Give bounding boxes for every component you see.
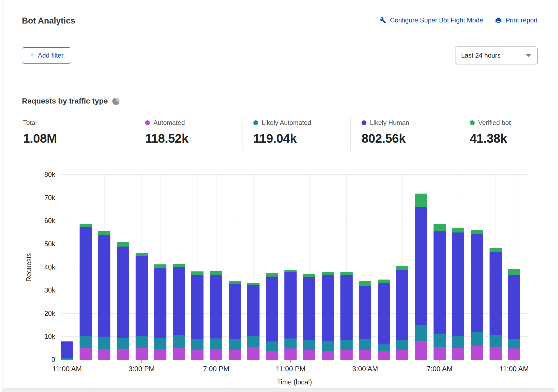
bar-segment-verified-bot[interactable] <box>210 271 222 275</box>
bar-segment-automated[interactable] <box>471 346 483 360</box>
bar-segment-automated[interactable] <box>61 359 73 360</box>
bar-segment-automated[interactable] <box>490 347 502 360</box>
bar-segment-likely-automated[interactable] <box>229 339 241 350</box>
stat-automated[interactable]: Automated 118.52k <box>134 117 242 151</box>
bar-segment-verified-bot[interactable] <box>415 194 427 207</box>
bar-segment-likely-human[interactable] <box>98 235 110 337</box>
bar-segment-verified-bot[interactable] <box>452 228 464 232</box>
bar-segment-verified-bot[interactable] <box>247 283 260 285</box>
bar-segment-likely-automated[interactable] <box>471 332 483 346</box>
bar-segment-verified-bot[interactable] <box>508 269 520 275</box>
bar-segment-verified-bot[interactable] <box>396 266 408 270</box>
bar-segment-likely-automated[interactable] <box>117 338 129 349</box>
chart-bar[interactable] <box>117 242 129 360</box>
bar-segment-likely-human[interactable] <box>80 227 92 336</box>
bar-segment-automated[interactable] <box>136 348 148 360</box>
chart-bar[interactable] <box>247 283 260 360</box>
add-filter-button[interactable]: + Add filter <box>22 47 71 64</box>
bar-segment-likely-human[interactable] <box>359 286 371 339</box>
chart-bar[interactable] <box>415 194 427 360</box>
bar-segment-likely-human[interactable] <box>266 277 278 342</box>
bar-segment-automated[interactable] <box>80 348 92 360</box>
bar-segment-likely-human[interactable] <box>471 234 483 332</box>
bar-segment-likely-human[interactable] <box>508 275 520 339</box>
bar-segment-likely-human[interactable] <box>61 342 73 358</box>
bar-segment-automated[interactable] <box>247 347 260 360</box>
chart-bar[interactable] <box>396 266 408 360</box>
bar-segment-verified-bot[interactable] <box>340 272 353 275</box>
chart-bar[interactable] <box>61 341 73 360</box>
bar-segment-verified-bot[interactable] <box>191 271 203 275</box>
bar-segment-likely-automated[interactable] <box>98 337 110 349</box>
bar-segment-likely-automated[interactable] <box>266 341 278 351</box>
bar-segment-likely-automated[interactable] <box>452 336 464 348</box>
bar-segment-automated[interactable] <box>229 350 241 360</box>
bar-segment-likely-automated[interactable] <box>284 338 297 348</box>
bar-segment-likely-human[interactable] <box>229 284 241 339</box>
bar-segment-automated[interactable] <box>303 350 315 360</box>
bar-segment-verified-bot[interactable] <box>322 272 334 275</box>
chart-bar[interactable] <box>452 228 464 360</box>
bar-segment-likely-automated[interactable] <box>359 339 371 350</box>
bar-segment-likely-human[interactable] <box>247 285 260 336</box>
bar-segment-automated[interactable] <box>210 349 222 360</box>
bar-segment-automated[interactable] <box>340 350 353 360</box>
bar-segment-verified-bot[interactable] <box>98 231 110 235</box>
bar-segment-automated[interactable] <box>359 350 371 360</box>
bar-segment-verified-bot[interactable] <box>266 273 278 277</box>
bar-segment-likely-automated[interactable] <box>136 336 148 348</box>
chart-bar[interactable] <box>266 273 278 360</box>
chart-bar[interactable] <box>303 274 315 360</box>
bar-segment-verified-bot[interactable] <box>229 281 241 284</box>
bar-segment-likely-human[interactable] <box>340 275 353 340</box>
chart-bar[interactable] <box>173 264 185 360</box>
bar-segment-likely-human[interactable] <box>415 207 427 325</box>
bar-segment-verified-bot[interactable] <box>136 253 148 256</box>
bar-segment-likely-automated[interactable] <box>340 340 353 350</box>
bar-segment-likely-human[interactable] <box>210 275 222 338</box>
stat-likely-automated[interactable]: Likely Automated 119.04k <box>242 117 350 151</box>
bar-segment-likely-automated[interactable] <box>396 340 408 350</box>
bar-segment-likely-human[interactable] <box>284 272 297 339</box>
bar-segment-likely-automated[interactable] <box>154 338 166 349</box>
bar-segment-automated[interactable] <box>452 348 464 360</box>
chart-bar[interactable] <box>80 224 92 360</box>
bar-segment-likely-human[interactable] <box>154 268 166 338</box>
bar-segment-verified-bot[interactable] <box>154 264 166 268</box>
chart-bar[interactable] <box>210 271 222 360</box>
bar-segment-automated[interactable] <box>154 349 166 360</box>
bar-segment-verified-bot[interactable] <box>80 224 92 227</box>
stat-total[interactable]: Total 1.08M <box>22 117 134 151</box>
bar-segment-likely-human[interactable] <box>378 283 390 344</box>
bar-segment-automated[interactable] <box>415 341 427 360</box>
bar-segment-likely-human[interactable] <box>191 275 203 339</box>
bar-segment-automated[interactable] <box>434 347 446 360</box>
chart-bar[interactable] <box>378 280 390 360</box>
bar-segment-verified-bot[interactable] <box>359 281 371 286</box>
chart-bar[interactable] <box>229 281 241 360</box>
chart-bar[interactable] <box>322 272 334 360</box>
chart-bar[interactable] <box>508 269 520 360</box>
time-range-select[interactable]: Last 24 hours <box>455 46 538 64</box>
bar-segment-automated[interactable] <box>98 349 110 360</box>
chart-bar[interactable] <box>471 230 483 360</box>
print-report-link[interactable]: Print report <box>495 16 538 24</box>
configure-super-bot-fight-mode-link[interactable]: Configure Super Bot Fight Mode <box>379 16 483 24</box>
bar-segment-likely-automated[interactable] <box>247 336 260 347</box>
chart-bar[interactable] <box>340 272 353 360</box>
chart-bar[interactable] <box>359 281 371 360</box>
bar-segment-likely-automated[interactable] <box>80 336 92 348</box>
bar-segment-likely-automated[interactable] <box>490 335 502 347</box>
bar-segment-likely-human[interactable] <box>117 247 129 338</box>
bar-segment-automated[interactable] <box>266 351 278 360</box>
bar-segment-likely-human[interactable] <box>452 232 464 336</box>
chart-bar[interactable] <box>98 231 110 360</box>
bar-segment-automated[interactable] <box>117 349 129 360</box>
bar-segment-verified-bot[interactable] <box>471 230 483 234</box>
bar-segment-automated[interactable] <box>284 348 297 360</box>
bar-segment-verified-bot[interactable] <box>173 264 185 268</box>
bar-segment-likely-automated[interactable] <box>378 344 390 351</box>
bar-segment-likely-automated[interactable] <box>415 325 427 341</box>
bar-segment-verified-bot[interactable] <box>378 280 390 283</box>
bar-segment-likely-automated[interactable] <box>434 334 446 347</box>
